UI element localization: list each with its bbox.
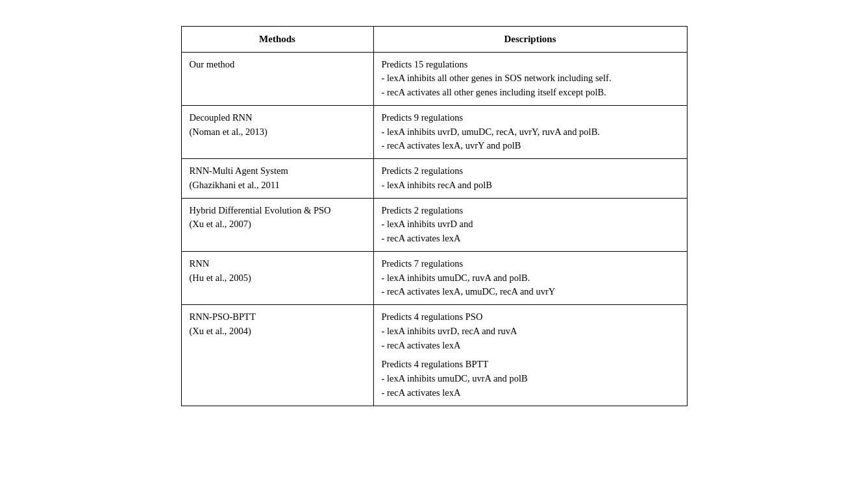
desc-line: - recA activates all other genes includi… xyxy=(382,86,679,100)
desc-line: - lexA inhibits uvrD, umuDC, recA, uvrY,… xyxy=(382,125,679,140)
method-name: RNN-Multi Agent System xyxy=(190,164,366,178)
desc-line: - recA activates lexA, uvrY and polB xyxy=(382,139,679,153)
table-row: RNN-PSO-BPTT(Xu et al., 2004)Predicts 4 … xyxy=(181,305,687,406)
method-cell: RNN-PSO-BPTT(Xu et al., 2004) xyxy=(181,305,373,406)
method-name: RNN xyxy=(190,257,366,271)
method-cell: RNN-Multi Agent System(Ghazikhani et al.… xyxy=(181,159,373,199)
method-reference: (Hu et al., 2005) xyxy=(190,271,366,286)
method-name: Decoupled RNN xyxy=(190,111,366,125)
method-cell: RNN(Hu et al., 2005) xyxy=(181,251,373,304)
description-cell: Predicts 4 regulations PSO- lexA inhibit… xyxy=(373,305,687,406)
description-cell: Predicts 15 regulations- lexA inhibits a… xyxy=(373,52,687,105)
desc-line: Predicts 9 regulations xyxy=(382,111,679,125)
desc-line: - lexA inhibits uvrD, recA and ruvA xyxy=(382,324,679,339)
header-methods: Methods xyxy=(181,27,373,53)
desc-line: - lexA inhibits all other genes in SOS n… xyxy=(382,71,679,86)
description-cell: Predicts 7 regulations- lexA inhibits um… xyxy=(373,251,687,304)
method-name: Our method xyxy=(190,58,366,72)
desc-line: - lexA inhibits recA and polB xyxy=(382,178,679,193)
table-row: RNN-Multi Agent System(Ghazikhani et al.… xyxy=(181,159,687,199)
table-row: Decoupled RNN(Noman et al., 2013)Predict… xyxy=(181,105,687,158)
method-reference: (Ghazikhani et al., 2011 xyxy=(190,178,366,193)
desc-line: - lexA inhibits uvrD and xyxy=(382,217,679,232)
description-cell: Predicts 2 regulations- lexA inhibits re… xyxy=(373,159,687,199)
desc-line: Predicts 2 regulations xyxy=(382,164,679,178)
desc-line: Predicts 7 regulations xyxy=(382,257,679,271)
desc-line: - recA activates lexA, umuDC, recA and u… xyxy=(382,285,679,299)
desc-spacer xyxy=(382,352,679,358)
header-descriptions: Descriptions xyxy=(373,27,687,53)
desc-line: - recA activates lexA xyxy=(382,232,679,246)
desc-line: Predicts 4 regulations PSO xyxy=(382,310,679,324)
desc-line: - lexA inhibits umuDC, uvrA and polB xyxy=(382,372,679,386)
table-row: Hybrid Differential Evolution & PSO(Xu e… xyxy=(181,198,687,251)
method-cell: Our method xyxy=(181,52,373,105)
method-name: Hybrid Differential Evolution & PSO xyxy=(190,204,366,218)
desc-line: Predicts 15 regulations xyxy=(382,58,679,72)
comparison-table-container: Methods Descriptions Our methodPredicts … xyxy=(181,26,688,406)
method-reference: (Xu et al., 2004) xyxy=(190,324,366,339)
desc-line: Predicts 2 regulations xyxy=(382,204,679,218)
description-cell: Predicts 2 regulations- lexA inhibits uv… xyxy=(373,198,687,251)
desc-line: - recA activates lexA xyxy=(382,339,679,353)
table-row: RNN(Hu et al., 2005)Predicts 7 regulatio… xyxy=(181,251,687,304)
desc-line: Predicts 4 regulations BPTT xyxy=(382,358,679,372)
desc-line: - lexA inhibits umuDC, ruvA and polB. xyxy=(382,271,679,286)
method-cell: Hybrid Differential Evolution & PSO(Xu e… xyxy=(181,198,373,251)
method-name: RNN-PSO-BPTT xyxy=(190,310,366,324)
description-cell: Predicts 9 regulations- lexA inhibits uv… xyxy=(373,105,687,158)
method-reference: (Noman et al., 2013) xyxy=(190,125,366,140)
method-reference: (Xu et al., 2007) xyxy=(190,217,366,232)
comparison-table: Methods Descriptions Our methodPredicts … xyxy=(181,26,688,406)
method-cell: Decoupled RNN(Noman et al., 2013) xyxy=(181,105,373,158)
table-row: Our methodPredicts 15 regulations- lexA … xyxy=(181,52,687,105)
desc-line: - recA activates lexA xyxy=(382,386,679,400)
